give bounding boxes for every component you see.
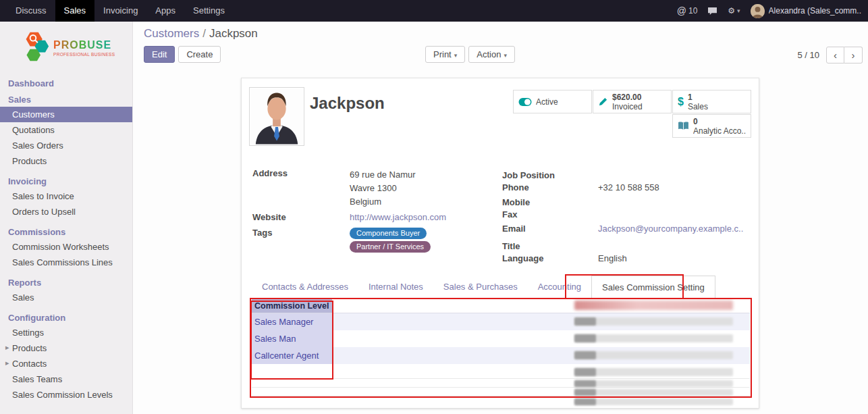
topbar: Discuss Sales Invoicing Apps Settings @ … (0, 0, 868, 22)
sidebar-item-config-contacts[interactable]: ▸Contacts (0, 356, 132, 371)
table-row[interactable]: Sales Manager (252, 313, 750, 330)
topbar-right: @ 10 ⚙ ▾ Alexandra (Sales_comm.. (677, 0, 868, 22)
menu-settings[interactable]: Settings (184, 0, 234, 22)
breadcrumb-customers[interactable]: Customers (144, 27, 199, 40)
tag-components-buyer[interactable]: Components Buyer (350, 228, 427, 239)
invoiced-label: Invoiced (612, 102, 643, 111)
commission-level-cell[interactable]: Sales Man (252, 330, 332, 347)
probuse-logo[interactable]: PROBUSE PROFESSIONAL BUSINESS (0, 22, 132, 73)
sidebar: PROBUSE PROFESSIONAL BUSINESS Dashboard … (0, 22, 133, 414)
column-header-commission-level[interactable]: Commission Level (252, 299, 332, 313)
breadcrumb: Customers/Jackpson (144, 27, 258, 41)
table-cell-redacted (332, 330, 750, 347)
mentions-button[interactable]: @ 10 (677, 5, 698, 16)
edit-button[interactable]: Edit (144, 46, 175, 63)
sidebar-section-invoicing[interactable]: Invoicing (0, 172, 132, 188)
sidebar-item-orders-to-upsell[interactable]: Orders to Upsell (0, 204, 132, 219)
user-menu[interactable]: Alexandra (Sales_comm.. (751, 4, 861, 18)
breadcrumb-current: Jackpson (209, 27, 258, 40)
customer-photo[interactable] (249, 87, 304, 146)
table-empty-row (252, 379, 750, 388)
mobile-label: Mobile (502, 197, 598, 208)
user-name: Alexandra (Sales_comm.. (769, 6, 861, 16)
pager-counter: 5 / 10 (797, 50, 819, 60)
user-avatar (751, 4, 765, 18)
address-line-street[interactable]: 69 rue de Namur (350, 168, 416, 182)
pencil-icon (598, 97, 608, 107)
notebook-tabs: Contacts & Addresses Internal Notes Sale… (252, 276, 751, 299)
fax-label: Fax (502, 209, 598, 220)
caret-right-icon: ▸ (5, 359, 9, 367)
active-stat-button[interactable]: Active (513, 90, 592, 113)
chat-icon (707, 7, 717, 16)
pager-previous-button[interactable]: ‹ (826, 47, 844, 63)
phone-value[interactable]: +32 10 588 558 (598, 182, 659, 193)
caret-down-icon: ▾ (737, 7, 740, 14)
app-menu: Discuss Sales Invoicing Apps Settings (0, 0, 234, 22)
website-link[interactable]: http://www.jackpson.com (350, 212, 446, 222)
tag-partner-it-services[interactable]: Partner / IT Services (350, 241, 431, 253)
pager-next-button[interactable]: › (844, 47, 863, 63)
sidebar-item-label: Contacts (12, 359, 47, 369)
menu-invoicing[interactable]: Invoicing (94, 0, 146, 22)
analytic-accounts-stat-button[interactable]: 0 Analytic Acco... (672, 114, 751, 138)
email-link[interactable]: Jackpson@yourcompany.example.c.. (598, 224, 743, 234)
sales-count-value: 1 (688, 93, 708, 102)
language-value[interactable]: English (598, 253, 627, 264)
messages-button[interactable] (707, 7, 717, 16)
toggle-on-icon (518, 97, 532, 107)
customer-photo-image (250, 88, 303, 145)
print-label: Print (433, 49, 452, 59)
address-line-city[interactable]: Wavre 1300 (350, 182, 416, 195)
sidebar-item-products[interactable]: Products (0, 153, 132, 169)
sidebar-item-config-products[interactable]: ▸Products (0, 340, 132, 356)
print-menu-button[interactable]: Print▾ (425, 46, 465, 63)
table-row[interactable]: Sales Man (252, 330, 750, 347)
tab-accounting[interactable]: Accounting (528, 276, 591, 298)
sidebar-item-sales-commission-levels[interactable]: Sales Commission Levels (0, 387, 132, 403)
commission-level-cell[interactable]: Sales Manager (252, 313, 332, 330)
sidebar-section-dashboard[interactable]: Dashboard (0, 74, 132, 90)
tab-sales-commission-setting[interactable]: Sales Commission Setting (591, 276, 715, 299)
menu-sales[interactable]: Sales (55, 0, 95, 22)
address-line-country[interactable]: Belgium (350, 195, 416, 209)
commission-level-cell[interactable]: Callcenter Agent (252, 347, 332, 364)
page-title: Jackpson (310, 94, 385, 113)
tab-sales-purchases[interactable]: Sales & Purchases (433, 276, 528, 298)
table-cell-redacted (332, 313, 750, 330)
sales-stat-button[interactable]: $ 1 Sales (672, 90, 751, 113)
menu-apps[interactable]: Apps (146, 0, 184, 22)
tab-contacts-addresses[interactable]: Contacts & Addresses (252, 276, 358, 298)
logo-title: PROBUSE (53, 39, 115, 51)
sidebar-item-sales-orders[interactable]: Sales Orders (0, 138, 132, 153)
sidebar-section-reports[interactable]: Reports (0, 274, 132, 290)
debug-menu[interactable]: ⚙ ▾ (728, 6, 740, 16)
sidebar-item-sales-to-invoice[interactable]: Sales to Invoice (0, 188, 132, 204)
sidebar-item-reports-sales[interactable]: Sales (0, 290, 132, 305)
form-buttons: Edit Create (144, 46, 221, 63)
right-field-column: Job Position Phone +32 10 588 558 Mobile… (502, 170, 751, 264)
caret-down-icon: ▾ (504, 52, 507, 59)
sidebar-item-quotations[interactable]: Quotations (0, 122, 132, 138)
tab-internal-notes[interactable]: Internal Notes (358, 276, 433, 298)
book-icon (678, 122, 689, 130)
sidebar-item-sales-commissions-lines[interactable]: Sales Commissions Lines (0, 255, 132, 270)
menu-discuss[interactable]: Discuss (7, 0, 55, 22)
sidebar-item-commission-worksheets[interactable]: Commission Worksheets (0, 239, 132, 255)
create-button[interactable]: Create (178, 46, 221, 63)
invoiced-value: $620.00 (612, 93, 643, 102)
table-row[interactable]: Callcenter Agent (252, 347, 750, 364)
table-empty-row (252, 364, 750, 379)
tags-label: Tags (252, 228, 350, 253)
sidebar-item-sales-teams[interactable]: Sales Teams (0, 371, 132, 387)
sidebar-section-commissions[interactable]: Commissions (0, 223, 132, 239)
sidebar-item-settings[interactable]: Settings (0, 325, 132, 340)
invoiced-stat-button[interactable]: $620.00 Invoiced (593, 90, 672, 113)
sidebar-section-sales[interactable]: Sales (0, 90, 132, 107)
sidebar-section-configuration[interactable]: Configuration (0, 309, 132, 325)
action-label: Action (477, 49, 501, 59)
action-menu-button[interactable]: Action▾ (468, 46, 515, 63)
sidebar-item-customers[interactable]: Customers (0, 107, 132, 122)
sidebar-nav: Dashboard Sales Customers Quotations Sal… (0, 74, 132, 403)
dollar-icon: $ (678, 96, 684, 108)
